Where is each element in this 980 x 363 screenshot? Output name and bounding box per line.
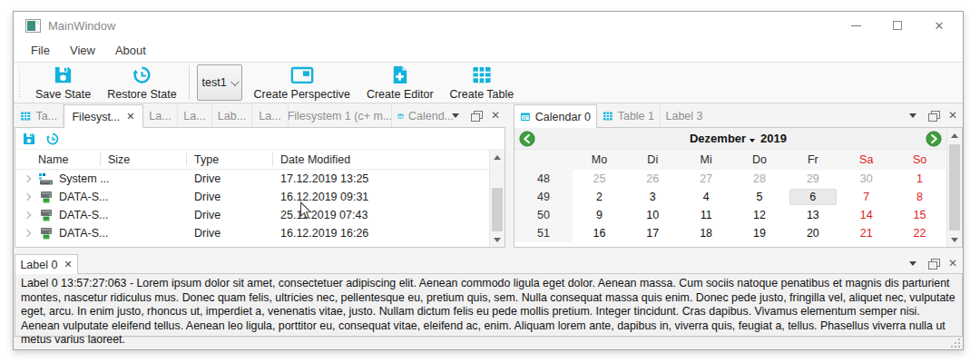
next-month-button[interactable] <box>926 131 942 147</box>
calendar-day[interactable]: 26 <box>626 170 680 188</box>
perspective-combo[interactable]: test1 <box>197 64 242 101</box>
restore-state-button[interactable]: Restore State <box>99 63 184 103</box>
tab-list-dropdown-button[interactable] <box>906 257 919 270</box>
tab-filesystem-1[interactable]: Filesystem 1 (c+ m... <box>289 104 392 127</box>
calendar-day[interactable]: 8 <box>893 188 946 206</box>
calendar-day[interactable]: 1 <box>893 170 946 188</box>
column-header-size[interactable]: Size <box>100 153 186 166</box>
calendar-day[interactable]: 28 <box>733 170 787 188</box>
tab-table-1[interactable]: Table 1 <box>597 104 661 127</box>
save-icon[interactable] <box>22 132 36 146</box>
close-panel-button[interactable]: ✕ <box>489 109 502 122</box>
calendar-scrollbar[interactable] <box>946 128 962 247</box>
create-perspective-button[interactable]: Create Perspective <box>246 63 358 103</box>
calendar-day[interactable]: 25 <box>573 170 626 188</box>
calendar-day[interactable]: 21 <box>839 224 893 242</box>
calendar-day[interactable]: 14 <box>839 206 893 224</box>
table-row[interactable]: DATA-S... Drive 16.12.2019 16:26 <box>15 224 489 242</box>
scroll-down-icon[interactable] <box>947 232 962 247</box>
scroll-down-icon[interactable] <box>490 232 505 247</box>
calendar-day[interactable]: 16 <box>573 224 626 242</box>
calendar-day[interactable]: 15 <box>893 206 946 224</box>
calendar-day[interactable]: 20 <box>786 224 839 242</box>
mouse-cursor <box>299 201 312 220</box>
year-button[interactable]: 2019 <box>760 132 787 145</box>
close-panel-button[interactable]: ✕ <box>946 109 959 122</box>
calendar-day[interactable]: 30 <box>839 170 893 188</box>
toolbar-drag-handle[interactable] <box>17 66 22 99</box>
filesystem-panel-body: Name Size Type Date Modified <box>15 127 505 248</box>
close-button[interactable]: ✕ <box>932 18 946 33</box>
title-bar[interactable]: MainWindow ✕ <box>14 12 963 39</box>
tab-list-dropdown-button[interactable] <box>906 109 919 122</box>
minimize-button[interactable] <box>848 18 863 33</box>
calendar-day[interactable]: 27 <box>680 170 733 188</box>
day-header: Mi <box>680 150 733 170</box>
vertical-splitter[interactable] <box>505 103 514 248</box>
tab-list-dropdown-button[interactable] <box>449 109 462 122</box>
undock-button[interactable] <box>469 109 482 122</box>
undock-button[interactable] <box>926 109 939 122</box>
tab-label-2[interactable]: La... <box>178 104 212 127</box>
calendar-day[interactable]: 22 <box>893 224 946 242</box>
tab-calendar-0[interactable]: Calendar 0 <box>514 104 597 128</box>
table-row[interactable]: DATA-S... Drive 25.11.2019 07:43 <box>15 206 489 224</box>
table-icon <box>20 111 31 122</box>
calendar-day[interactable]: 9 <box>573 206 626 224</box>
restore-icon[interactable] <box>45 132 60 146</box>
menu-file[interactable]: File <box>21 41 60 60</box>
maximize-button[interactable] <box>890 18 905 33</box>
tab-label-1[interactable]: La... <box>143 104 178 127</box>
calendar-day[interactable]: 19 <box>733 224 787 242</box>
scroll-up-icon[interactable] <box>490 150 505 164</box>
create-table-button[interactable]: Create Table <box>442 63 523 103</box>
tab-label-0[interactable]: Label 0 ✕ <box>15 254 78 274</box>
table-header-row[interactable]: Name Size Type Date Modified <box>15 150 489 170</box>
week-number: 49 <box>514 188 573 206</box>
expand-chevron-icon[interactable] <box>24 230 31 237</box>
close-panel-button[interactable]: ✕ <box>946 257 959 270</box>
expand-chevron-icon[interactable] <box>24 193 31 201</box>
left-panel-scrollbar[interactable] <box>489 150 505 247</box>
expand-chevron-icon[interactable] <box>24 211 31 219</box>
app-icon <box>25 19 41 33</box>
save-state-button[interactable]: Save State <box>27 63 99 103</box>
menu-view[interactable]: View <box>60 41 105 60</box>
month-button[interactable]: Dezember <box>690 132 746 145</box>
calendar-day[interactable]: 4 <box>680 188 733 206</box>
calendar-day-selected[interactable]: 6 <box>786 188 839 206</box>
scrollbar-thumb[interactable] <box>949 144 960 231</box>
tab-label-3[interactable]: Label 3 <box>661 104 708 127</box>
table-row[interactable]: System ... Drive 17.12.2019 13:25 <box>15 170 489 188</box>
calendar-day[interactable]: 18 <box>680 224 733 242</box>
calendar-day[interactable]: 10 <box>626 206 680 224</box>
tab-close-icon[interactable]: ✕ <box>64 259 72 270</box>
tab-filesystem-active[interactable]: Filesyst... ✕ <box>64 104 143 128</box>
tab-label-4[interactable]: La... <box>252 104 289 127</box>
undock-button[interactable] <box>926 257 939 270</box>
chevron-down-icon <box>750 139 755 142</box>
calendar-day[interactable]: 11 <box>680 206 733 224</box>
calendar-day[interactable]: 7 <box>839 188 893 206</box>
scrollbar-thumb[interactable] <box>492 188 503 231</box>
scroll-up-icon[interactable] <box>947 128 962 142</box>
column-header-type[interactable]: Type <box>186 153 272 166</box>
calendar-day[interactable]: 12 <box>733 206 787 224</box>
log-label-text: Label 0 13:57:27:063 - Lorem ipsum dolor… <box>15 274 962 350</box>
calendar-day[interactable]: 3 <box>626 188 680 206</box>
column-header-date[interactable]: Date Modified <box>272 153 489 166</box>
calendar-day[interactable]: 5 <box>733 188 787 206</box>
calendar-day[interactable]: 29 <box>786 170 839 188</box>
expand-chevron-icon[interactable] <box>24 175 31 182</box>
calendar-day[interactable]: 13 <box>786 206 839 224</box>
column-header-name[interactable]: Name <box>15 153 100 166</box>
tab-label-3[interactable]: Lab... <box>212 104 252 127</box>
calendar-day[interactable]: 2 <box>573 188 626 206</box>
tab-close-icon[interactable]: ✕ <box>126 111 134 123</box>
previous-month-button[interactable] <box>519 131 535 147</box>
table-row[interactable]: DATA-S... Drive 16.12.2019 09:31 <box>15 188 489 206</box>
menu-about[interactable]: About <box>105 41 156 60</box>
create-editor-button[interactable]: Create Editor <box>358 63 442 103</box>
tab-table[interactable]: Ta... <box>15 104 64 127</box>
calendar-day[interactable]: 17 <box>626 224 680 242</box>
